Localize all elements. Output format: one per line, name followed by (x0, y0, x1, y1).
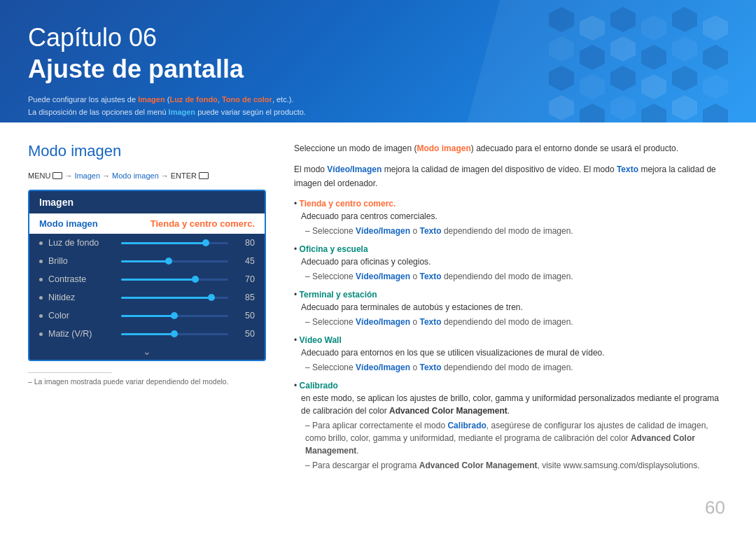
selected-value: Tienda y centro comerc. (150, 218, 255, 229)
slider-fill (121, 260, 169, 262)
bullet-title: Calibrado (300, 381, 338, 391)
bullet-sub: Seleccione Vídeo/Imagen o Texto dependie… (305, 361, 728, 374)
hex-shape (580, 15, 605, 41)
hex-shape (703, 45, 728, 70)
slider-fill (121, 242, 206, 244)
bullet-title: Tienda y centro comerc. (300, 199, 396, 209)
hex-shape (610, 7, 636, 32)
panel-title: Imagen (29, 191, 265, 213)
bullet-sub: Seleccione Vídeo/Imagen o Texto dependie… (305, 316, 728, 328)
list-item: Tienda y centro comerc. Adecuado para ce… (294, 197, 728, 237)
list-item: Calibrado en este modo, se aplican los a… (294, 379, 728, 472)
panel-item: Luz de fondo 80 (29, 234, 265, 252)
hex-shape (641, 74, 666, 99)
menu-icon (52, 172, 62, 179)
item-label: Nitidez (48, 293, 111, 302)
enter-icon (199, 172, 209, 179)
bullet-dot (39, 278, 43, 281)
list-item: Vídeo Wall Adecuado para entornos en los… (294, 334, 728, 374)
item-value: 80 (238, 238, 255, 248)
hex-shape (641, 104, 666, 122)
item-value: 45 (238, 256, 255, 266)
slider-track (121, 279, 228, 281)
slider-track (121, 315, 228, 317)
slider-track (121, 297, 228, 299)
hex-shape (549, 36, 574, 62)
slider-track (121, 260, 228, 262)
bullet-desc: Adecuado para entornos en los que se uti… (301, 346, 728, 359)
selected-label: Modo imagen (39, 218, 98, 229)
item-value: 85 (238, 293, 255, 302)
bullet-desc: en este modo, se aplican los ajustes de … (301, 392, 728, 417)
slider-fill (121, 297, 212, 299)
hex-shape (641, 45, 666, 70)
panel-item: Contraste 70 (29, 270, 265, 288)
item-value: 50 (238, 329, 255, 339)
bullet-title: Vídeo Wall (300, 335, 342, 345)
intro-paragraph-2: El modo Vídeo/Imagen mejora la calidad d… (294, 163, 728, 191)
list-item: Oficina y escuela Adecuado para oficinas… (294, 243, 728, 283)
hex-decoration (549, 7, 728, 122)
hex-shape (703, 74, 728, 99)
hex-shape (549, 66, 574, 91)
hex-shape (610, 36, 636, 62)
panel-item: Brillo 45 (29, 252, 265, 270)
footnote: – La imagen mostrada puede variar depend… (28, 377, 266, 386)
list-item: Terminal y estación Adecuado para termin… (294, 288, 728, 328)
item-value: 70 (238, 274, 255, 284)
slider-track (121, 333, 228, 335)
bullet-desc: Adecuado para centros comerciales. (301, 210, 728, 223)
bullet-sub-2: Para descargar el programa Advanced Colo… (305, 459, 728, 472)
hex-shape (672, 66, 697, 91)
hex-shape (672, 36, 697, 62)
image-panel: Imagen Modo imagen Tienda y centro comer… (28, 190, 266, 361)
bullet-dot (39, 241, 43, 245)
bullet-sub: Seleccione Vídeo/Imagen o Texto dependie… (305, 270, 728, 283)
item-label: Brillo (48, 256, 111, 266)
hex-shape (580, 74, 605, 99)
panel-item: Nitidez 85 (29, 288, 265, 307)
slider-fill (121, 279, 196, 281)
bullet-desc: Adecuado para oficinas y colegios. (301, 255, 728, 268)
nav-modo-imagen: Modo imagen (112, 171, 159, 180)
bullet-dot (39, 332, 43, 336)
hex-shape (610, 95, 636, 120)
item-value: 50 (238, 311, 255, 321)
panel-item: Color 50 (29, 307, 265, 325)
item-label: Matiz (V/R) (48, 329, 111, 339)
slider-track (121, 242, 228, 244)
hex-shape (672, 7, 697, 32)
bullet-dot (39, 260, 43, 263)
section-title: Modo imagen (28, 142, 266, 160)
footnote-divider (28, 372, 112, 373)
hex-shape (703, 15, 728, 41)
slider-fill (121, 333, 175, 335)
item-label: Color (48, 311, 111, 321)
left-column: Modo imagen MENU → Imagen → Modo imagen … (28, 142, 266, 477)
main-content: Modo imagen MENU → Imagen → Modo imagen … (0, 122, 756, 491)
bullet-title: Terminal y estación (300, 290, 377, 300)
slider-fill (121, 315, 175, 317)
hex-shape (672, 95, 697, 120)
page-number: 60 (705, 497, 725, 519)
bullet-dot (39, 296, 43, 300)
bullet-sub: Seleccione Vídeo/Imagen o Texto dependie… (305, 225, 728, 237)
nav-imagen: Imagen (74, 171, 100, 180)
bullet-list: Tienda y centro comerc. Adecuado para ce… (294, 197, 728, 472)
bullet-sub-1: Para aplicar correctamente el modo Calib… (305, 419, 728, 457)
header-banner: Capítulo 06 Ajuste de pantalla Puede con… (0, 0, 756, 122)
hex-shape (580, 45, 605, 70)
chevron-down-icon: ⌄ (29, 343, 265, 360)
bullet-title: Oficina y escuela (300, 244, 368, 254)
panel-items: Luz de fondo 80 Brillo 45 Contraste 70 N… (29, 234, 265, 343)
hex-shape (549, 95, 574, 120)
hex-shape (580, 104, 605, 122)
right-column: Seleccione un modo de imagen (Modo image… (294, 142, 728, 477)
hex-shape (641, 15, 666, 41)
hex-shape (610, 66, 636, 91)
panel-item: Matiz (V/R) 50 (29, 325, 265, 343)
nav-path: MENU → Imagen → Modo imagen → ENTER (28, 171, 266, 180)
hex-shape (703, 104, 728, 122)
nav-enter-label: ENTER (171, 171, 197, 180)
bullet-desc: Adecuado para terminales de autobús y es… (301, 301, 728, 314)
